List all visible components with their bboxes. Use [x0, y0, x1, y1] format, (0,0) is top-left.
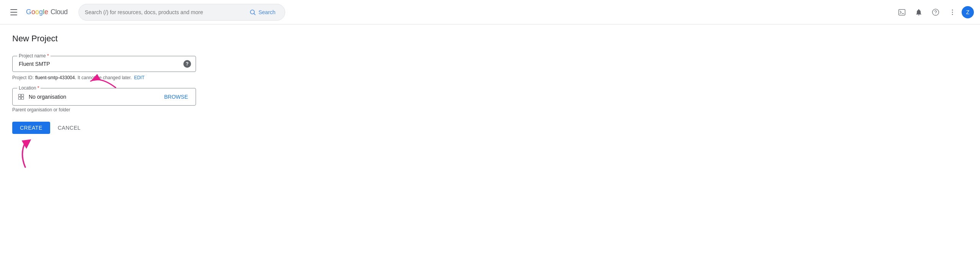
notifications-button[interactable]: [911, 5, 926, 20]
terminal-button[interactable]: [894, 5, 910, 20]
project-id-prefix: Project ID:: [12, 75, 34, 80]
button-row: CREATE CANCEL: [12, 122, 196, 134]
location-field-group: Location * No organisation BROWSE: [12, 88, 196, 106]
project-id-note: It cannot be changed later.: [78, 75, 132, 80]
notifications-icon: [915, 8, 923, 16]
cloud-wordmark: Cloud: [51, 8, 68, 16]
svg-rect-13: [21, 97, 24, 99]
svg-rect-12: [18, 97, 21, 99]
project-name-input[interactable]: [13, 56, 196, 72]
project-name-field-group: Project name * ?: [12, 56, 196, 72]
svg-point-5: [935, 13, 936, 14]
organisation-icon: [17, 93, 25, 101]
search-button-label: Search: [258, 9, 275, 15]
location-browse-link[interactable]: BROWSE: [161, 92, 191, 101]
location-hint: Parent organisation or folder: [12, 107, 196, 112]
menu-button[interactable]: [6, 5, 21, 20]
search-bar: Search: [78, 4, 285, 21]
project-name-help-icon[interactable]: ?: [183, 60, 191, 68]
svg-rect-2: [899, 9, 905, 15]
svg-line-1: [254, 13, 255, 15]
help-icon: [932, 8, 939, 16]
search-button[interactable]: Search: [246, 7, 278, 17]
help-button[interactable]: [928, 5, 943, 20]
project-id-row: Project ID: fluent-smtp-433004. It canno…: [12, 75, 196, 80]
project-id-edit-link[interactable]: EDIT: [134, 75, 144, 80]
svg-point-8: [952, 14, 953, 15]
svg-rect-10: [18, 94, 21, 96]
more-options-icon: [949, 8, 956, 16]
svg-point-4: [933, 9, 939, 15]
more-options-button[interactable]: [945, 5, 960, 20]
header-actions: Z: [894, 5, 974, 20]
project-name-field-wrapper: Project name * ?: [12, 56, 196, 72]
page-content: New Project Project name * ? Project ID:…: [0, 24, 980, 143]
svg-point-6: [952, 9, 953, 10]
location-row: No organisation BROWSE: [13, 88, 196, 105]
terminal-icon: [898, 8, 906, 16]
hamburger-icon: [10, 9, 17, 15]
location-legend: Location *: [17, 85, 41, 91]
svg-point-7: [952, 11, 953, 13]
cancel-button[interactable]: CANCEL: [53, 122, 85, 134]
google-wordmark: Google: [26, 8, 48, 16]
svg-rect-11: [21, 94, 24, 96]
page-title: New Project: [12, 34, 968, 44]
header: Google Cloud Search: [0, 0, 980, 24]
create-button[interactable]: CREATE: [12, 122, 50, 134]
location-value: No organisation: [29, 94, 161, 100]
search-input[interactable]: [85, 9, 243, 15]
pink-arrow-create-annotation: [18, 139, 41, 169]
search-icon: [249, 9, 256, 16]
google-cloud-logo[interactable]: Google Cloud: [26, 8, 68, 16]
new-project-form: Project name * ? Project ID: fluent-smtp…: [12, 56, 196, 134]
location-field-wrapper: Location * No organisation BROWSE: [12, 88, 196, 106]
project-name-legend: Project name *: [17, 53, 51, 59]
avatar[interactable]: Z: [962, 6, 974, 18]
project-id-value: fluent-smtp-433004.: [35, 75, 76, 80]
